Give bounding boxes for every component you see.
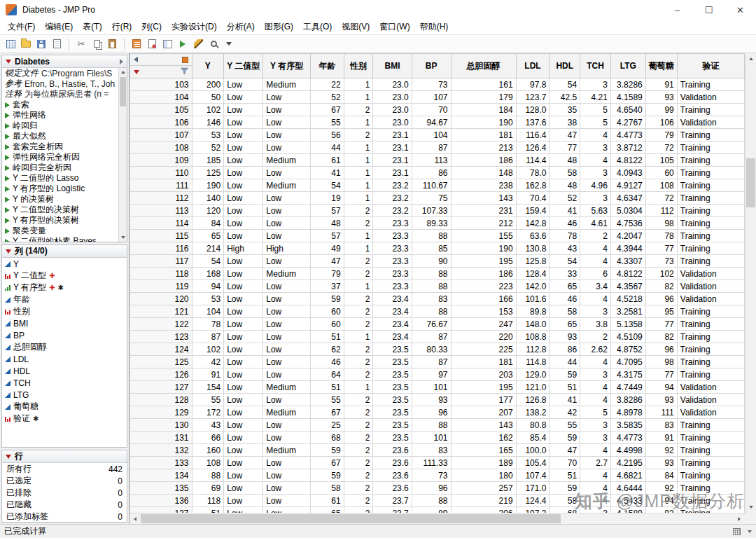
cell[interactable]: 153 [451,305,516,318]
cell[interactable]: Low [224,482,263,495]
row-number[interactable]: 117 [130,255,192,268]
cell[interactable]: 166 [451,293,516,305]
column-header[interactable]: 验证 [677,54,744,78]
cell[interactable]: 118 [192,495,224,507]
menu-item[interactable]: 表(T) [78,20,106,34]
cell[interactable]: 125.8 [516,255,550,268]
cell[interactable]: Training [677,255,744,268]
cell[interactable]: 3 [580,142,611,154]
cell[interactable]: 4.5109 [610,331,645,343]
cell[interactable]: 2 [344,406,373,419]
cell[interactable]: 200 [192,78,224,91]
table-script-item[interactable]: 最大似然 [2,131,118,142]
cell[interactable]: Low [263,368,311,381]
cell[interactable]: Low [224,205,263,217]
cell[interactable]: 23.0 [373,104,412,116]
cell[interactable]: 23.3 [373,268,412,280]
cell[interactable]: 212 [451,217,516,230]
column-list-item[interactable]: TCH [2,377,127,389]
row-number[interactable]: 119 [130,280,192,293]
scroll-up-icon[interactable] [119,68,127,76]
column-header[interactable]: 葡萄糖 [645,54,677,78]
cell[interactable]: 190 [451,242,516,255]
cell[interactable]: 2 [344,507,373,513]
menu-item[interactable]: 编辑(E) [40,20,78,34]
cell[interactable]: 2 [344,268,373,280]
cell[interactable]: 73 [412,469,451,482]
column-header[interactable]: HDL [550,54,580,78]
columns-panel-header[interactable]: 列 (14/0) [2,245,127,258]
cell[interactable]: 23.4 [373,293,412,305]
cell[interactable]: 172 [192,406,224,419]
cell[interactable]: 53 [192,293,224,305]
cell[interactable]: 53 [192,129,224,142]
cell[interactable]: 86 [550,343,580,356]
cell[interactable]: High [263,242,311,255]
cell[interactable]: Training [677,129,744,142]
cell[interactable]: 4.3175 [610,368,645,381]
cell[interactable]: Low [224,78,263,91]
cell[interactable]: 137.6 [516,116,550,129]
cell[interactable]: 88 [412,419,451,432]
status-grid-icon[interactable] [733,528,741,535]
cell[interactable]: 101.6 [516,293,550,305]
cell[interactable]: Validation [677,381,744,394]
cell[interactable]: 43 [550,242,580,255]
column-header[interactable]: LDL [516,54,550,78]
cell[interactable]: 4 [580,469,611,482]
cell[interactable]: Low [263,394,311,406]
cell[interactable]: 2 [344,394,373,406]
cell[interactable]: Low [263,217,311,230]
cell[interactable]: 70.4 [516,192,550,205]
cell[interactable]: 120 [192,205,224,217]
cell[interactable]: 1 [344,192,373,205]
cell[interactable]: Low [263,305,311,318]
column-list-item[interactable]: 总胆固醇 [2,341,127,353]
cell[interactable]: 23.3 [373,230,412,242]
cell[interactable]: 4.5218 [610,293,645,305]
cell[interactable]: 4.1589 [610,507,645,513]
cell[interactable]: 60 [310,305,344,318]
cell[interactable]: 195 [451,255,516,268]
cell[interactable]: 52 [550,192,580,205]
cell[interactable]: 3 [580,368,611,381]
row-number[interactable]: 115 [130,230,192,242]
cell[interactable]: 23.0 [373,116,412,129]
row-number[interactable]: 123 [130,331,192,343]
cell[interactable]: 4.0943 [610,167,645,179]
menu-item[interactable]: 文件(F) [3,20,40,34]
cell[interactable]: 23.2 [373,192,412,205]
red-triangle-icon[interactable] [6,455,11,459]
cell[interactable]: 76.67 [412,318,451,331]
cell[interactable]: 88 [412,495,451,507]
cell[interactable]: 126.4 [516,142,550,154]
cell[interactable]: 4.3944 [610,242,645,255]
cell[interactable]: 23.7 [373,495,412,507]
cell[interactable]: 91 [645,432,677,444]
cell[interactable]: 82 [645,331,677,343]
cell[interactable]: 140 [192,192,224,205]
cell[interactable]: 64 [310,368,344,381]
column-list-item[interactable]: HDL [2,365,127,377]
cell[interactable]: 4.6821 [610,469,645,482]
cell[interactable]: 220 [451,331,516,343]
cell[interactable]: 60 [310,318,344,331]
tables-panel-scrollbar[interactable] [118,68,127,242]
cell[interactable]: 77 [645,318,677,331]
row-number[interactable]: 103 [130,78,192,91]
cell[interactable]: Low [224,356,263,368]
cell[interactable]: 23.4 [373,331,412,343]
cell[interactable]: 107.33 [412,205,451,217]
cell[interactable]: 23.6 [373,444,412,457]
column-header[interactable]: 性别 [344,54,373,78]
cell[interactable]: 54 [192,255,224,268]
cell[interactable]: 87 [412,356,451,368]
cell[interactable]: 65 [550,318,580,331]
cell[interactable]: 23.7 [373,507,412,513]
cell[interactable]: 59 [550,432,580,444]
cell[interactable]: 129.0 [516,368,550,381]
cell[interactable]: 93 [645,91,677,104]
table-script-item[interactable]: Y 二值型的朴素 Bayes [2,236,118,242]
cell[interactable]: 90 [412,255,451,268]
cell[interactable]: 112 [645,205,677,217]
